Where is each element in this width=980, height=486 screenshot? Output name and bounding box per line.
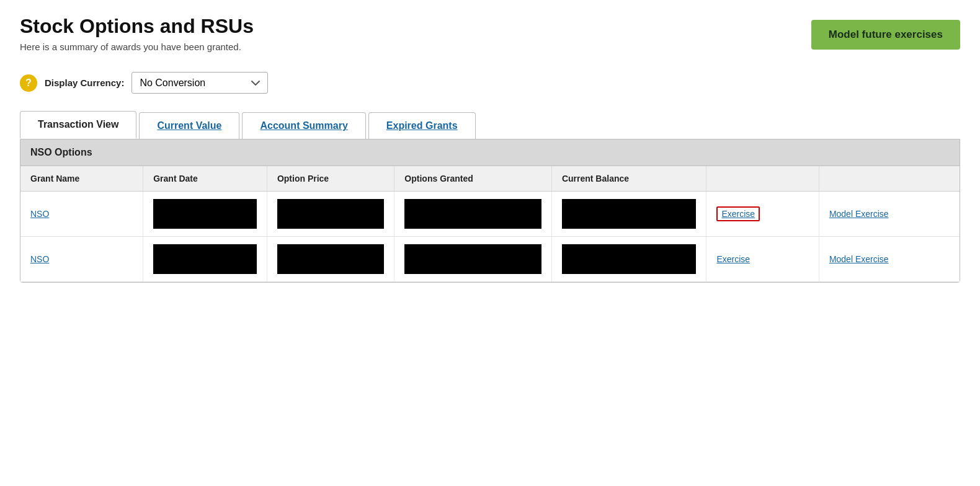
option-price-cell-redacted [277,199,384,229]
col-header-2: Option Price [267,166,394,192]
page-header: Stock Options and RSUs Here is a summary… [20,15,960,52]
col-header-5 [706,166,819,192]
tab-account-summary[interactable]: Account Summary [242,112,365,139]
section-header: NSO Options [20,139,960,166]
exercise-cell: Exercise [706,192,819,237]
table-header-row: Grant NameGrant DateOption PriceOptions … [20,166,960,192]
grant-name-link[interactable]: NSO [30,209,49,219]
currency-row: ? Display Currency: No ConversionUSDEURG… [20,72,960,94]
model-exercise-cell: Model Exercise [819,237,960,282]
currency-label: Display Currency: [45,77,124,88]
options-granted-cell [394,237,552,282]
grant-name-cell: NSO [20,237,143,282]
table-row: NSOExerciseModel Exercise [20,192,960,237]
current-balance-cell-redacted [562,244,696,274]
table-row: NSOExerciseModel Exercise [20,237,960,282]
model-future-exercises-button[interactable]: Model future exercises [811,20,960,50]
current-balance-cell-redacted [562,199,696,229]
tabs-row: Transaction ViewCurrent ValueAccount Sum… [20,111,960,139]
model-exercise-link[interactable]: Model Exercise [829,254,889,264]
tab-transaction-view[interactable]: Transaction View [20,111,136,139]
model-exercise-cell: Model Exercise [819,192,960,237]
model-exercise-link[interactable]: Model Exercise [829,209,889,219]
option-price-cell [267,192,394,237]
grant-name-link[interactable]: NSO [30,254,49,264]
option-price-cell [267,237,394,282]
page-title: Stock Options and RSUs [20,15,254,38]
page-subtitle: Here is a summary of awards you have bee… [20,42,254,52]
col-header-4: Current Balance [551,166,706,192]
exercise-cell: Exercise [706,237,819,282]
table-container: NSO Options Grant NameGrant DateOption P… [20,139,960,283]
currency-select[interactable]: No ConversionUSDEURGBPCAD [131,72,268,94]
grant-name-cell: NSO [20,192,143,237]
tab-current-value[interactable]: Current Value [139,112,239,139]
grant-date-cell [143,192,267,237]
tab-expired-grants[interactable]: Expired Grants [368,112,476,139]
grant-date-cell-redacted [153,199,257,229]
col-header-6 [819,166,960,192]
table-head: Grant NameGrant DateOption PriceOptions … [20,166,960,192]
col-header-1: Grant Date [143,166,267,192]
title-block: Stock Options and RSUs Here is a summary… [20,15,254,52]
grant-date-cell-redacted [153,244,257,274]
col-header-0: Grant Name [20,166,143,192]
question-icon[interactable]: ? [20,74,37,92]
grant-date-cell [143,237,267,282]
options-granted-cell-redacted [404,199,541,229]
current-balance-cell [551,192,706,237]
exercise-link[interactable]: Exercise [716,254,750,264]
options-granted-cell-redacted [404,244,541,274]
table-body: NSOExerciseModel ExerciseNSOExerciseMode… [20,192,960,282]
option-price-cell-redacted [277,244,384,274]
current-balance-cell [551,237,706,282]
exercise-link-highlighted[interactable]: Exercise [716,206,760,221]
options-granted-cell [394,192,552,237]
col-header-3: Options Granted [394,166,552,192]
nso-options-table: Grant NameGrant DateOption PriceOptions … [20,166,960,282]
